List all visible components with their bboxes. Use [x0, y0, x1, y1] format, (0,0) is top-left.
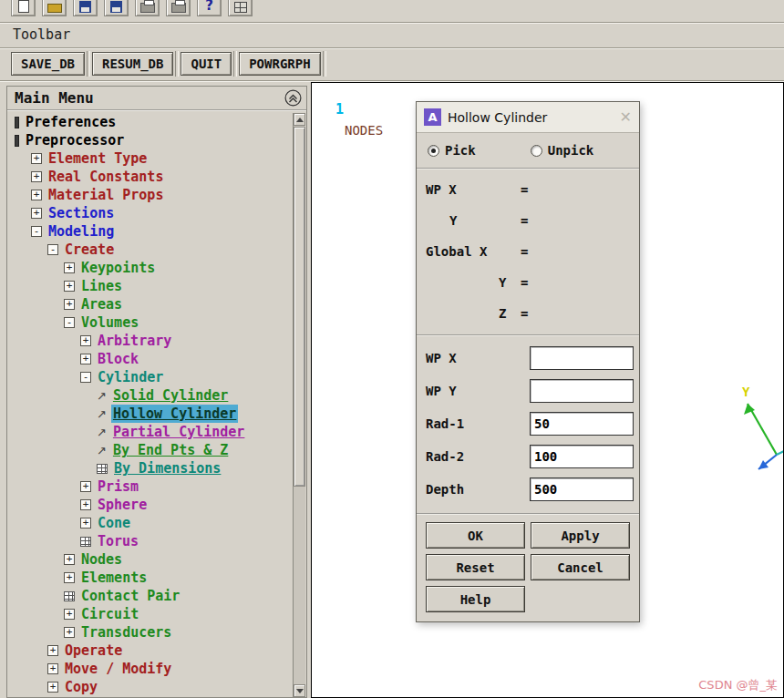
menu-item-modeling[interactable]: -Modeling — [9, 222, 294, 241]
expand-icon[interactable]: + — [31, 208, 42, 219]
expand-icon[interactable]: + — [64, 281, 75, 292]
menu-item-arbitrary[interactable]: +Arbitrary — [9, 332, 294, 350]
menu-item-move-modify[interactable]: +Move / Modify — [9, 660, 294, 678]
menu-item-preprocessor[interactable]: Preprocessor — [9, 131, 294, 149]
toolbar-button-quit[interactable]: QUIT — [181, 52, 232, 76]
menu-item-real-constants[interactable]: +Real Constants — [9, 168, 294, 186]
menu-item-by-dimensions[interactable]: By Dimensions — [9, 459, 294, 477]
expand-icon[interactable]: + — [31, 153, 42, 164]
divider — [0, 47, 784, 49]
toolbar-button-save-db[interactable]: SAVE_DB — [11, 52, 85, 76]
menu-item-elements[interactable]: +Elements — [9, 569, 294, 587]
menu-item-cone[interactable]: +Cone — [9, 514, 294, 532]
scroll-down-button[interactable] — [294, 684, 305, 697]
calculator-icon-button[interactable] — [228, 0, 253, 16]
menu-item-label: Sections — [46, 204, 116, 222]
collapse-icon[interactable]: - — [47, 244, 58, 255]
menu-item-transducers[interactable]: +Transducers — [9, 623, 294, 642]
ok-button[interactable]: OK — [426, 522, 525, 549]
expand-icon[interactable]: + — [64, 262, 75, 273]
menu-item-keypoints[interactable]: +Keypoints — [9, 259, 294, 277]
expand-icon[interactable]: + — [64, 609, 75, 620]
menu-item-lines[interactable]: +Lines — [9, 277, 294, 295]
graphics-area[interactable]: 1 NODES Y A Hollow Cylinder ✕ PickUnpick… — [311, 82, 784, 698]
scroll-thumb[interactable] — [294, 127, 305, 487]
dialog-title-bar[interactable]: A Hollow Cylinder ✕ — [417, 102, 639, 133]
menu-item-torus[interactable]: Torus — [9, 532, 294, 550]
expand-icon[interactable]: + — [80, 335, 91, 346]
print-icon-button[interactable] — [135, 0, 160, 16]
expand-icon[interactable]: + — [80, 518, 91, 529]
toolbar-button-resum-db[interactable]: RESUM_DB — [92, 52, 173, 76]
help-icon-button[interactable]: ? — [197, 0, 222, 16]
apply-button[interactable]: Apply — [531, 522, 630, 549]
expand-icon[interactable]: + — [64, 572, 75, 583]
collapse-icon[interactable]: - — [80, 372, 91, 383]
input-depth[interactable] — [530, 477, 634, 501]
menu-item-block[interactable]: +Block — [9, 350, 294, 368]
scroll-up-button[interactable] — [294, 113, 305, 126]
menu-item-label: Block — [96, 350, 140, 368]
input-rad-1[interactable] — [530, 412, 634, 436]
report-print-icon-button[interactable] — [166, 0, 191, 16]
dimension-fields: WP XWP YRad-1Rad-2Depth — [417, 336, 639, 515]
triad-y-axis — [748, 404, 777, 455]
menu-item-cylinder[interactable]: -Cylinder — [9, 368, 294, 386]
expand-icon[interactable]: + — [80, 481, 91, 492]
expand-icon[interactable]: + — [80, 499, 91, 510]
menu-item-create[interactable]: -Create — [9, 241, 294, 259]
menu-item-material-props[interactable]: +Material Props — [9, 186, 294, 204]
expand-icon[interactable]: + — [64, 627, 75, 638]
menu-item-element-type[interactable]: +Element Type — [9, 149, 294, 168]
save-icon-button[interactable] — [73, 0, 98, 16]
cancel-button[interactable]: Cancel — [531, 554, 630, 580]
expand-icon[interactable]: + — [64, 299, 75, 310]
menu-item-label: Real Constants — [46, 168, 165, 186]
help-button[interactable]: Help — [426, 586, 525, 612]
menu-item-volumes[interactable]: -Volumes — [9, 313, 294, 332]
menu-item-preferences[interactable]: Preferences — [9, 113, 294, 131]
toolbar-button-powrgrph[interactable]: POWRGRPH — [239, 52, 320, 76]
expand-icon[interactable]: + — [80, 354, 91, 364]
pick-mode-row: PickUnpick — [417, 133, 639, 169]
field-row-depth: Depth — [426, 473, 634, 506]
input-wp-y[interactable] — [530, 379, 634, 403]
menu-item-sections[interactable]: +Sections — [9, 204, 294, 222]
readout-label: Y — [499, 275, 506, 290]
menu-item-prism[interactable]: +Prism — [9, 477, 294, 496]
collapse-menu-button[interactable] — [284, 89, 302, 107]
top-icon-bar: ? — [11, 0, 253, 16]
menu-item-nodes[interactable]: +Nodes — [9, 550, 294, 569]
save-as-icon-button[interactable] — [104, 0, 129, 16]
input-rad-2[interactable] — [530, 445, 634, 468]
print-icon — [140, 3, 155, 13]
collapse-icon[interactable]: - — [64, 317, 75, 328]
expand-icon[interactable]: + — [47, 663, 58, 674]
radio-pick[interactable]: Pick — [428, 143, 476, 158]
menu-item-solid-cylinder[interactable]: ↗Solid Cylinder — [9, 386, 294, 405]
menu-item-contact-pair[interactable]: Contact Pair — [9, 587, 294, 605]
menu-item-hollow-cylinder[interactable]: ↗Hollow Cylinder — [9, 405, 294, 423]
menu-item-circuit[interactable]: +Circuit — [9, 605, 294, 623]
expand-icon[interactable]: + — [47, 682, 58, 693]
menu-item-areas[interactable]: +Areas — [9, 295, 294, 313]
menu-item-operate[interactable]: +Operate — [9, 642, 294, 660]
reset-button[interactable]: Reset — [426, 554, 525, 580]
menu-scrollbar[interactable] — [293, 113, 305, 697]
expand-icon[interactable]: + — [64, 554, 75, 565]
input-wp-x[interactable] — [530, 346, 634, 370]
open-file-icon-button[interactable] — [42, 0, 67, 16]
menu-item-sphere[interactable]: +Sphere — [9, 496, 294, 514]
close-icon[interactable]: ✕ — [620, 110, 632, 125]
field-row-wp-y: WP Y — [426, 375, 634, 407]
menu-item-by-end-pts-z[interactable]: ↗By End Pts & Z — [9, 441, 294, 459]
expand-icon[interactable]: + — [31, 171, 42, 182]
collapse-icon[interactable]: - — [31, 226, 42, 237]
menu-item-copy[interactable]: +Copy — [9, 678, 294, 696]
expand-icon[interactable]: + — [47, 645, 58, 656]
pick-action-icon: ↗ — [97, 408, 107, 420]
radio-unpick[interactable]: Unpick — [531, 143, 594, 158]
expand-icon[interactable]: + — [31, 190, 42, 200]
menu-item-partial-cylinder[interactable]: ↗Partial Cylinder — [9, 423, 294, 441]
new-file-icon-button[interactable] — [11, 0, 36, 16]
